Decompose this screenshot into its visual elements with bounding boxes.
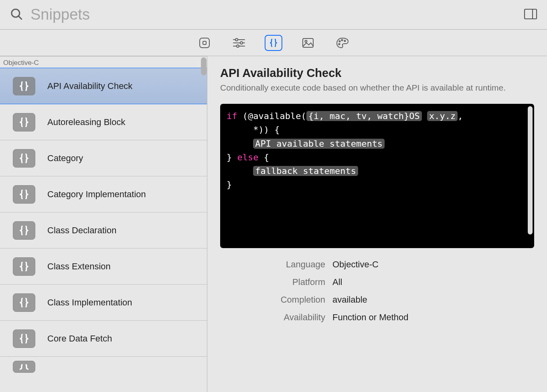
snippet-item-category[interactable]: Category	[0, 140, 207, 176]
snippet-item-label: Category Implementation	[47, 189, 146, 200]
meta-label-availability: Availability	[220, 312, 332, 323]
meta-value-platform: All	[332, 277, 534, 287]
snippet-icon	[13, 185, 35, 204]
code-text: (@available(	[237, 111, 306, 121]
searchbar	[0, 0, 547, 30]
svg-line-1	[18, 16, 22, 19]
section-header-objective-c: Objective-C	[0, 56, 207, 68]
snippet-list[interactable]: API Availability Check Autoreleasing Blo…	[0, 68, 207, 392]
code-scrollbar-thumb[interactable]	[528, 106, 533, 234]
detail-title: API Availability Check	[220, 67, 534, 80]
code-keyword-else: else	[237, 152, 259, 162]
snippet-item-label: Autoreleasing Block	[47, 117, 125, 127]
meta-value-completion: available	[332, 295, 534, 305]
code-text	[227, 166, 253, 176]
svg-point-7	[235, 38, 238, 41]
snippet-item-label: Class Declaration	[47, 225, 116, 236]
code-token-fallback-statements[interactable]: fallback statements	[253, 166, 358, 176]
snippet-item-label: Core Data Fetch	[47, 333, 112, 344]
meta-value-language: Objective-C	[332, 259, 534, 270]
snippet-item-partial[interactable]	[0, 357, 207, 377]
svg-point-11	[237, 45, 239, 47]
svg-point-17	[338, 43, 340, 44]
code-keyword-if: if	[227, 111, 237, 121]
media-library-button[interactable]	[299, 35, 317, 51]
snippet-item-class-implementation[interactable]: Class Implementation	[0, 285, 207, 321]
svg-point-13	[305, 40, 307, 42]
code-preview[interactable]: if (@available({i, mac, tv, watch}OS x.y…	[220, 104, 534, 248]
search-icon	[10, 7, 23, 22]
code-text	[422, 111, 427, 121]
snippet-item-label: Category	[47, 153, 83, 164]
svg-rect-12	[303, 38, 313, 47]
snippet-icon	[13, 361, 35, 373]
modifiers-library-button[interactable]	[230, 35, 248, 51]
svg-rect-2	[525, 9, 537, 19]
snippet-icon	[13, 149, 35, 168]
views-library-button[interactable]	[196, 35, 213, 51]
meta-label-platform: Platform	[220, 277, 332, 287]
snippet-icon	[13, 221, 35, 240]
svg-rect-5	[203, 41, 206, 44]
snippet-detail-pane: API Availability Check Conditionally exe…	[207, 56, 547, 392]
snippet-item-api-availability-check[interactable]: API Availability Check	[0, 68, 207, 104]
toggle-detail-panel-button[interactable]	[524, 8, 537, 21]
snippet-icon	[13, 293, 35, 312]
svg-point-14	[339, 40, 340, 42]
snippet-item-autoreleasing-block[interactable]: Autoreleasing Block	[0, 104, 207, 140]
snippet-item-class-extension[interactable]: Class Extension	[0, 249, 207, 285]
detail-description: Conditionally execute code based on whet…	[220, 82, 534, 93]
code-token-available-statements[interactable]: API available statements	[253, 139, 385, 149]
snippet-icon	[13, 257, 35, 276]
code-text: }	[227, 152, 237, 162]
library-body: Objective-C API Availability Check	[0, 56, 547, 392]
detail-metadata: Language Objective-C Platform All Comple…	[220, 259, 534, 323]
snippet-item-label: Class Implementation	[47, 297, 132, 308]
search-input[interactable]	[30, 6, 517, 23]
snippet-item-class-declaration[interactable]: Class Declaration	[0, 212, 207, 249]
snippet-icon	[13, 329, 35, 348]
snippet-item-core-data-fetch[interactable]: Core Data Fetch	[0, 321, 207, 357]
code-token-platforms[interactable]: {i, mac, tv, watch}OS	[306, 111, 422, 121]
meta-label-language: Language	[220, 259, 332, 270]
meta-label-completion: Completion	[220, 295, 332, 305]
code-text: {	[258, 152, 269, 162]
svg-point-16	[344, 40, 345, 41]
snippet-item-label: Class Extension	[47, 261, 111, 272]
snippet-item-label: API Availability Check	[47, 81, 132, 91]
svg-point-15	[341, 39, 342, 40]
meta-value-availability: Function or Method	[332, 312, 534, 323]
snippet-list-sidebar: Objective-C API Availability Check	[0, 56, 207, 392]
library-toolbar	[0, 30, 547, 56]
snippets-library-button[interactable]	[265, 35, 282, 51]
code-token-version[interactable]: x.y.z	[427, 111, 458, 121]
svg-point-9	[240, 42, 243, 44]
svg-rect-4	[200, 38, 209, 48]
snippet-icon	[13, 113, 35, 131]
color-library-button[interactable]	[334, 35, 351, 51]
snippet-icon	[13, 77, 35, 95]
code-text	[227, 139, 253, 149]
code-text: }	[227, 180, 232, 190]
sidebar-scrollbar-thumb[interactable]	[201, 57, 207, 75]
snippets-library-window: Objective-C API Availability Check	[0, 0, 547, 392]
snippet-item-category-implementation[interactable]: Category Implementation	[0, 176, 207, 212]
